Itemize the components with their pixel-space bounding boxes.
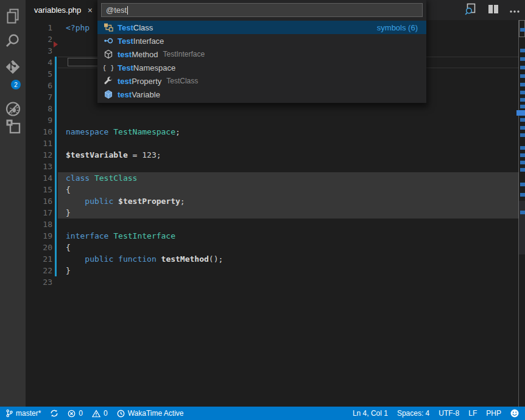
quick-open-item[interactable]: testPropertyTestClass <box>97 74 426 88</box>
status-item-0[interactable]: 0 <box>92 409 108 418</box>
code-text <box>58 114 519 126</box>
quick-open-list: TestClasssymbols (6)TestInterfacetestMet… <box>97 21 426 103</box>
explorer-icon <box>5 9 20 27</box>
code-line[interactable]: 21 public function testMethod(); <box>26 253 525 265</box>
gutter-marker-icon <box>54 41 58 47</box>
open-preview-button[interactable] <box>464 3 477 18</box>
status-item-wakatime-active[interactable]: WakaTime Active <box>117 409 184 418</box>
variable-symbol-icon <box>104 89 113 99</box>
code-text: namespace TestNamespace; <box>58 126 519 138</box>
quick-open-item[interactable]: { }TestNamespace <box>97 61 426 74</box>
ruler-dim-region <box>519 201 525 254</box>
ellipsis-icon <box>509 5 520 16</box>
symbol-label: TestInterface <box>118 37 164 46</box>
code-text: public $testProperty; <box>58 195 519 207</box>
code-line[interactable]: 11 <box>26 138 525 149</box>
status-item-label: LF <box>468 409 477 418</box>
code-line[interactable]: 23 <box>26 276 525 288</box>
overview-ruler-mark <box>520 91 525 94</box>
modified-line-indicator <box>55 91 57 103</box>
sidebar-item-search[interactable] <box>0 32 26 52</box>
symbol-label: TestClass <box>118 23 153 32</box>
status-item-spaces-4[interactable]: Spaces: 4 <box>397 409 429 418</box>
extensions-icon <box>5 119 21 136</box>
overview-ruler-mark <box>520 146 525 150</box>
symbol-label: TestNamespace <box>118 63 175 72</box>
status-item-utf-8[interactable]: UTF-8 <box>439 409 459 418</box>
status-item-lf[interactable]: LF <box>468 409 477 418</box>
code-line[interactable]: 14class TestClass <box>26 172 525 184</box>
overview-ruler-mark <box>520 118 525 122</box>
status-item-label: 0 <box>104 409 108 418</box>
code-line[interactable]: 8 <box>26 103 525 114</box>
overview-ruler-mark <box>520 161 525 164</box>
debug-icon <box>5 101 21 119</box>
modified-line-indicator <box>55 207 57 219</box>
smiley-icon <box>510 409 519 418</box>
code-text <box>58 276 519 288</box>
code-line[interactable]: 13 <box>26 161 525 172</box>
more-actions-button[interactable] <box>509 5 520 16</box>
quick-open-item[interactable]: TestInterface <box>97 34 426 47</box>
code-text: { <box>58 242 519 253</box>
modified-line-indicator <box>55 103 57 114</box>
code-text: public function testMethod(); <box>58 253 519 265</box>
code-line[interactable]: 16 public $testProperty; <box>26 195 525 207</box>
overview-ruler[interactable] <box>518 20 525 407</box>
sidebar-item-extensions[interactable] <box>0 117 26 137</box>
line-number: 13 <box>26 161 52 172</box>
status-item-sync[interactable] <box>50 409 58 418</box>
quick-open-group-label: symbols (6) <box>377 23 418 32</box>
status-item-php[interactable]: PHP <box>486 409 501 418</box>
modified-line-indicator <box>55 253 57 265</box>
code-line[interactable]: 17} <box>26 207 525 219</box>
status-item-smiley[interactable] <box>510 409 519 418</box>
modified-line-indicator <box>55 22 57 33</box>
quick-open-item[interactable]: testVariable <box>97 88 426 101</box>
line-number: 11 <box>26 138 52 149</box>
sync-icon <box>50 409 58 418</box>
interface-symbol-icon <box>104 36 113 46</box>
line-number: 4 <box>26 57 52 68</box>
line-number: 16 <box>26 195 52 207</box>
quick-open-item[interactable]: testMethodTestInterface <box>97 47 426 61</box>
modified-line-indicator <box>55 184 57 195</box>
code-line[interactable]: 18 <box>26 219 525 230</box>
code-line[interactable]: 22} <box>26 265 525 276</box>
tab-variables-php[interactable]: variables.php × <box>26 0 97 20</box>
overview-ruler-mark <box>520 168 525 172</box>
property-symbol-icon <box>104 76 113 86</box>
sidebar-item-explorer[interactable] <box>0 8 26 27</box>
close-icon[interactable]: × <box>88 5 93 15</box>
code-line[interactable]: 19interface TestInterface <box>26 230 525 242</box>
code-text <box>58 138 519 149</box>
line-number: 2 <box>26 33 52 45</box>
code-text <box>58 103 519 114</box>
split-editor-button[interactable] <box>488 4 499 16</box>
code-line[interactable]: 9 <box>26 114 525 126</box>
line-number: 8 <box>26 103 52 114</box>
overview-ruler-mark <box>520 66 525 69</box>
status-item-label: Ln 4, Col 1 <box>353 409 388 418</box>
overview-ruler-mark <box>520 57 525 61</box>
editor-group: variables.php × 1<?php2345678910namespa <box>26 0 525 407</box>
split-editor-icon <box>488 4 499 16</box>
quick-open-item[interactable]: TestClasssymbols (6) <box>97 21 426 34</box>
modified-line-indicator <box>55 80 57 91</box>
status-item-0[interactable]: 0 <box>68 409 83 418</box>
status-item-ln-4-col-1[interactable]: Ln 4, Col 1 <box>353 409 388 418</box>
editor-actions <box>464 0 520 20</box>
sidebar-item-source-control[interactable] <box>0 58 26 78</box>
warning-icon <box>92 410 100 418</box>
quick-open-input-row: @test <box>97 0 426 21</box>
code-line[interactable]: 15{ <box>26 184 525 195</box>
status-item-label: Spaces: 4 <box>397 409 429 418</box>
quick-open-input[interactable]: @test <box>101 3 423 17</box>
code-line[interactable]: 20{ <box>26 242 525 253</box>
code-text: { <box>58 184 519 195</box>
code-line[interactable]: 12$testVariable = 123; <box>26 149 525 161</box>
code-line[interactable]: 10namespace TestNamespace; <box>26 126 525 138</box>
status-item-master-[interactable]: master* <box>6 409 41 418</box>
line-number: 3 <box>26 45 52 57</box>
modified-line-indicator <box>55 219 57 230</box>
